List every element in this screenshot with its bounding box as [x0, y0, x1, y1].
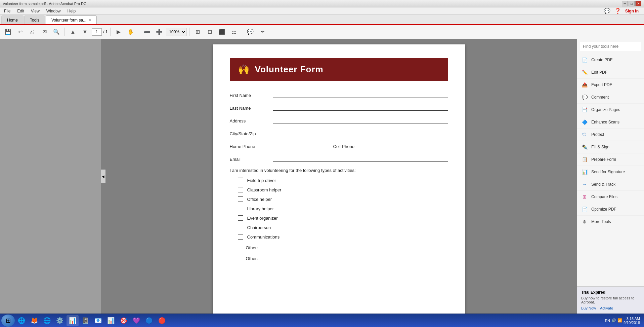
tool-prepare-form[interactable]: 📋 Prepare Form: [577, 153, 644, 166]
fit-page-button[interactable]: ⊞: [192, 27, 203, 37]
menu-file[interactable]: File: [1, 8, 13, 14]
more-button[interactable]: ⚏: [228, 27, 239, 37]
checkbox-event-organizer-label: Event organizer: [247, 216, 278, 221]
hand-tool[interactable]: ✋: [125, 27, 136, 37]
checkbox-classroom-helper-box[interactable]: [238, 187, 243, 192]
checkbox-office-helper-box[interactable]: [238, 196, 243, 202]
chat-icon[interactable]: 💬: [604, 8, 610, 14]
page-number-input[interactable]: [92, 28, 102, 36]
tool-compare-files-label: Compare Files: [591, 194, 617, 199]
sign-in-button[interactable]: Sign In: [625, 9, 639, 13]
trial-banner-title: Trial Expired: [581, 290, 640, 295]
tab-close-icon[interactable]: ✕: [88, 18, 91, 22]
first-name-field[interactable]: [273, 91, 448, 98]
taskbar-excel[interactable]: 📊: [67, 315, 79, 326]
left-panel-toggle[interactable]: ◀: [101, 170, 105, 183]
taskbar-chrome[interactable]: 🌐: [41, 315, 53, 326]
close-button[interactable]: ✕: [635, 1, 641, 6]
minimize-button[interactable]: ─: [622, 1, 628, 6]
zoom-in-button[interactable]: ➕: [154, 27, 165, 37]
tool-enhance-scans[interactable]: 🔷 Enhance Scans: [577, 116, 644, 129]
menu-view[interactable]: View: [28, 8, 42, 14]
address-field[interactable]: [273, 117, 448, 123]
save-button[interactable]: 💾: [3, 27, 13, 37]
taskbar-powerpoint[interactable]: 📊: [105, 315, 117, 326]
menu-edit[interactable]: Edit: [14, 8, 27, 14]
tool-optimize-pdf-label: Optimize PDF: [591, 207, 616, 212]
email-button[interactable]: ✉: [39, 27, 50, 37]
checkbox-classroom-helper: Classroom helper: [230, 187, 448, 192]
checkbox-field-trip-driver-box[interactable]: [238, 178, 243, 183]
buy-now-link[interactable]: Buy Now: [581, 306, 596, 310]
zoom-select[interactable]: 100% 75% 125% 150%: [166, 28, 186, 36]
pen-tool[interactable]: ✒: [257, 27, 268, 37]
city-state-zip-field[interactable]: [273, 130, 448, 136]
form-header-icon: 🙌: [238, 64, 250, 75]
taskbar-ie[interactable]: 🌐: [15, 315, 28, 326]
email-field[interactable]: [273, 155, 448, 162]
taskbar-firefox[interactable]: 🦊: [28, 315, 40, 326]
print-button[interactable]: 🖨: [27, 27, 38, 37]
tool-fill-sign[interactable]: ✒️ Fill & Sign: [577, 141, 644, 153]
taskbar-visio[interactable]: 💜: [130, 315, 142, 326]
tool-comment[interactable]: 💬 Comment: [577, 91, 644, 104]
start-button[interactable]: ⊞: [1, 315, 15, 327]
help-icon[interactable]: ❓: [614, 8, 621, 14]
first-name-label: First Name: [230, 93, 270, 98]
zoom-out-button[interactable]: ➖: [142, 27, 153, 37]
other-2-field[interactable]: [261, 254, 448, 261]
comment-tool[interactable]: 💬: [245, 27, 256, 37]
checkbox-chairperson-box[interactable]: [238, 225, 243, 230]
prev-page-button[interactable]: ▲: [68, 27, 78, 37]
taskbar-acrobat[interactable]: 🔴: [156, 315, 168, 326]
checkbox-communications: Communications: [230, 234, 448, 240]
cell-phone-field[interactable]: [376, 142, 448, 149]
other-row-1: Other:: [230, 244, 448, 250]
separator-1: [65, 28, 65, 36]
last-name-label: Last Name: [230, 106, 270, 111]
maximize-button[interactable]: □: [629, 1, 635, 6]
tool-organize-pages[interactable]: 📑 Organize Pages: [577, 104, 644, 116]
select-tool[interactable]: ▶: [113, 27, 124, 37]
fit-width-button[interactable]: ⊡: [204, 27, 215, 37]
cell-phone-label: Cell Phone: [333, 144, 374, 149]
checkbox-event-organizer-box[interactable]: [238, 215, 243, 221]
tool-more-tools[interactable]: ⊕ More Tools: [577, 216, 644, 228]
tab-tools[interactable]: Tools: [24, 15, 45, 24]
search-button[interactable]: 🔍: [51, 27, 62, 37]
checkbox-communications-box[interactable]: [238, 234, 243, 240]
checkbox-other-1-box[interactable]: [238, 245, 243, 250]
activate-link[interactable]: Activate: [600, 306, 613, 310]
tool-send-track[interactable]: → Send & Track: [577, 178, 644, 191]
last-name-field[interactable]: [273, 104, 448, 111]
rotate-button[interactable]: ⬛: [216, 27, 227, 37]
tray-speaker: 🔊: [611, 318, 616, 323]
tool-optimize-pdf[interactable]: 📄 Optimize PDF: [577, 203, 644, 216]
tab-document[interactable]: Volunteer form sa... ✕: [46, 15, 97, 24]
taskbar-app5[interactable]: 🎯: [118, 315, 130, 326]
tools-search-input[interactable]: [580, 42, 641, 51]
tool-protect[interactable]: 🛡 Protect: [577, 129, 644, 141]
tool-create-pdf[interactable]: 📄 Create PDF: [577, 54, 644, 66]
tool-compare-files[interactable]: ⊞ Compare Files: [577, 191, 644, 203]
other-1-field[interactable]: [261, 244, 448, 250]
checkbox-office-helper: Office helper: [230, 196, 448, 202]
tab-home[interactable]: Home: [1, 15, 24, 24]
taskbar-outlook[interactable]: 📧: [92, 315, 104, 326]
undo-button[interactable]: ↩: [15, 27, 26, 37]
toolbar: 💾 ↩ 🖨 ✉ 🔍 ▲ ▼ / 1 ▶ ✋ ➖ ➕ 100% 75% 125% …: [0, 25, 644, 39]
menu-help[interactable]: Help: [65, 8, 79, 14]
city-state-zip-label: City/State/Zip: [230, 131, 270, 136]
tool-edit-pdf[interactable]: ✏️ Edit PDF: [577, 66, 644, 79]
menu-window[interactable]: Window: [44, 8, 63, 14]
tool-send-signature[interactable]: 📊 Send for Signature: [577, 166, 644, 178]
next-page-button[interactable]: ▼: [80, 27, 90, 37]
checkbox-library-helper-box[interactable]: [238, 206, 243, 211]
taskbar-app6[interactable]: 🔵: [143, 315, 155, 326]
checkbox-other-2-box[interactable]: [238, 256, 243, 261]
taskbar-onenote[interactable]: 📓: [79, 315, 91, 326]
taskbar-settings[interactable]: ⚙️: [54, 315, 66, 326]
pdf-area: ◀ 🙌 Volunteer Form First Name Last Name …: [101, 39, 577, 314]
home-phone-field[interactable]: [273, 142, 327, 149]
tool-export-pdf[interactable]: 📤 Export PDF: [577, 79, 644, 91]
